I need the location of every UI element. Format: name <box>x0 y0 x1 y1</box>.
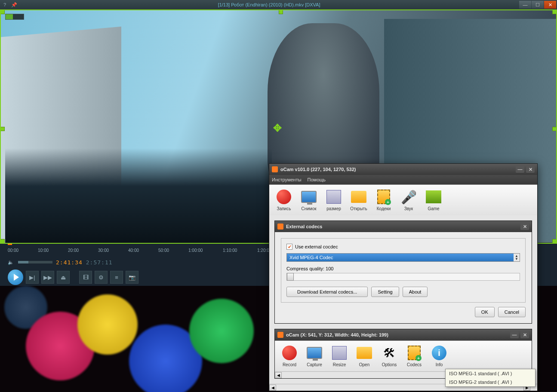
capture-handle[interactable] <box>552 127 557 131</box>
menu-help[interactable]: Помощь <box>308 177 326 182</box>
record-icon <box>282 346 297 360</box>
toolbar-codecs[interactable]: Codecs <box>404 344 425 368</box>
codecs-titlebar[interactable]: External codecs ✕ <box>275 221 532 232</box>
use-external-label: Use external cocdec <box>295 244 338 249</box>
bokeh <box>189 299 254 363</box>
prev-button[interactable]: ▶| <box>26 271 39 284</box>
minimize-button[interactable]: — <box>519 1 531 9</box>
toolbar-info[interactable]: i Info <box>429 344 449 368</box>
list-button[interactable]: ≡ <box>110 271 123 284</box>
spinner-arrows-icon[interactable]: ▲▼ <box>514 254 520 261</box>
minimize-button[interactable]: — <box>510 331 519 338</box>
time-total: 2:57:11 <box>86 259 113 266</box>
minimize-button[interactable]: — <box>516 166 524 173</box>
folder-icon <box>351 191 366 203</box>
dialog-button-row: OK Cancel <box>281 307 526 317</box>
toolbar-resize[interactable]: Resize <box>329 344 350 368</box>
download-codecs-button[interactable]: Download External codecs... <box>286 287 368 297</box>
ok-button[interactable]: OK <box>475 307 495 317</box>
volume-slider[interactable] <box>18 261 52 263</box>
move-cross-icon[interactable]: ✥ <box>273 122 282 134</box>
codec-select-value: Xvid MPEG-4 Codec <box>289 255 333 260</box>
toolbar-label: Звук <box>404 206 413 211</box>
capture-handle[interactable] <box>279 10 283 14</box>
toolbar-game[interactable]: Game <box>423 188 444 212</box>
slider-thumb[interactable] <box>287 273 294 281</box>
toolbar-options[interactable]: 🛠 Options <box>379 344 400 368</box>
ocam2-title: oCam (X: 541, Y: 312, Width: 440, Height… <box>286 332 510 337</box>
close-button[interactable]: ✕ <box>526 166 535 173</box>
codecs-button-row: Download External codecs... Setting Abou… <box>286 287 520 297</box>
time-current: 2:41:34 <box>56 259 83 266</box>
ocam-main-window: oCam v101.0 (227, 104, 1270, 532) — ✕ Ин… <box>269 163 538 391</box>
toolbar-sound[interactable]: 🎤 Звук <box>398 188 419 212</box>
close-button[interactable]: ✕ <box>544 1 556 9</box>
maximize-button[interactable]: ☐ <box>532 1 544 9</box>
tooltip-item[interactable]: ISO MPEG-1 standard ( .AVI ) <box>446 369 535 378</box>
capture-handle[interactable] <box>0 239 5 243</box>
close-button[interactable]: ✕ <box>520 331 529 338</box>
timeline-mark: 10:00 <box>38 248 49 253</box>
resize-icon <box>332 346 347 360</box>
pin-icon[interactable]: 📌 <box>9 2 19 8</box>
settings-button[interactable]: ⚙ <box>95 271 108 284</box>
use-external-checkbox[interactable]: ✔ <box>286 244 292 250</box>
ocam-toolbar: Запись Снимок размер Открыть Кодеки 🎤 Зв… <box>269 184 537 215</box>
use-external-row: ✔ Use external cocdec <box>286 244 520 250</box>
scroll-left-button[interactable]: ◀ <box>275 372 282 378</box>
ocam-title: oCam v101.0 (227, 104, 1270, 532) <box>280 167 516 172</box>
timeline-mark: 30:00 <box>98 248 109 253</box>
timeline-mark: 20:00 <box>68 248 79 253</box>
help-icon[interactable]: ? <box>0 2 9 7</box>
ocam2-titlebar[interactable]: oCam (X: 541, Y: 312, Width: 440, Height… <box>275 329 532 340</box>
capture-handle[interactable] <box>0 10 5 14</box>
ocam-app-icon <box>277 332 283 338</box>
timeline-mark: 40:00 <box>128 248 139 253</box>
scroll-left-button[interactable]: ◀ <box>269 385 276 391</box>
capture-handle[interactable] <box>552 239 557 243</box>
play-button[interactable] <box>8 270 23 285</box>
toolbar-label: Resize <box>333 362 346 367</box>
toolbar-label: Info <box>436 362 443 367</box>
monitor-icon <box>307 347 322 359</box>
toolbar-snapshot[interactable]: Снимок <box>299 188 319 212</box>
toolbar-capture[interactable]: Capture <box>304 344 325 368</box>
ocam-menubar: Инструменты Помощь <box>269 175 537 184</box>
capture-handle[interactable] <box>552 10 557 14</box>
codecs-body: ✔ Use external cocdec Xvid MPEG-4 Codec … <box>275 232 532 323</box>
player-window-controls: — ☐ ✕ <box>519 1 556 9</box>
next-button[interactable]: ▶▶ <box>41 271 54 284</box>
nvidia-icon <box>426 190 441 203</box>
record-icon <box>277 190 291 204</box>
toolbar-label: Record <box>283 362 296 367</box>
ocam-titlebar[interactable]: oCam v101.0 (227, 104, 1270, 532) — ✕ <box>269 164 537 175</box>
camera-button[interactable]: 📷 <box>126 271 138 284</box>
quality-slider[interactable] <box>286 273 520 281</box>
codec-tooltip-menu: ISO MPEG-1 standard ( .AVI ) ISO MPEG-2 … <box>445 369 535 387</box>
toolbar-resize[interactable]: размер <box>323 188 344 212</box>
capture-handle[interactable] <box>0 127 5 131</box>
film-button[interactable]: 🎞 <box>79 271 92 284</box>
cancel-button[interactable]: Cancel <box>498 307 526 317</box>
battery-indicator <box>5 14 24 20</box>
volume-icon[interactable]: 🔈 <box>8 260 15 265</box>
toolbar-open[interactable]: Open <box>354 344 375 368</box>
setting-button[interactable]: Setting <box>371 287 399 297</box>
monitor-icon <box>301 191 317 203</box>
bokeh <box>77 294 138 355</box>
ocam-body: External codecs ✕ ✔ Use external cocdec … <box>269 215 537 384</box>
toolbar-label: Game <box>428 206 439 211</box>
toolbar-codecs[interactable]: Кодеки <box>373 188 394 212</box>
codec-select[interactable]: Xvid MPEG-4 Codec ▲▼ <box>286 253 520 262</box>
menu-tools[interactable]: Инструменты <box>272 177 302 182</box>
close-button[interactable]: ✕ <box>520 223 529 230</box>
eject-button[interactable]: ⏏ <box>57 271 70 284</box>
about-button[interactable]: About <box>403 287 428 297</box>
toolbar-label: Запись <box>277 206 291 211</box>
codecs-icon <box>377 190 390 204</box>
toolbar-record[interactable]: Запись <box>274 188 294 212</box>
toolbar-record[interactable]: Record <box>279 344 300 368</box>
toolbar-open[interactable]: Открыть <box>348 188 369 212</box>
tooltip-item[interactable]: ISO MPEG-2 standard ( .AVI ) <box>446 378 535 386</box>
toolbar-label: размер <box>326 206 341 211</box>
